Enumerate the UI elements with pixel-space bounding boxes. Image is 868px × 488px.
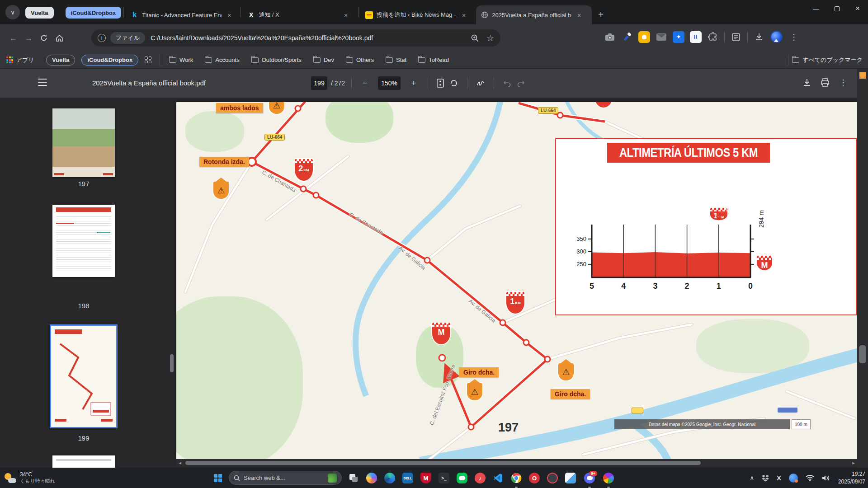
envelope-icon bbox=[656, 33, 666, 41]
close-tab-icon[interactable]: × bbox=[342, 11, 350, 19]
x-tray-icon[interactable]: X bbox=[777, 474, 781, 482]
vertical-scrollbar-thumb[interactable] bbox=[859, 345, 866, 363]
address-bar[interactable]: i ファイル C:/Users/laint/Downloads/2025Vuel… bbox=[91, 29, 500, 47]
bookmark-folder-others[interactable]: Others bbox=[346, 56, 374, 63]
browser-menu-kebab-icon[interactable]: ⋮ bbox=[788, 31, 800, 43]
back-button[interactable]: ← bbox=[5, 30, 21, 46]
profile-avatar[interactable] bbox=[770, 31, 783, 43]
undo-button[interactable] bbox=[500, 76, 514, 90]
vertical-scrollbar[interactable] bbox=[857, 69, 868, 468]
mcafee-button[interactable]: M bbox=[419, 471, 433, 485]
paint-button[interactable] bbox=[563, 471, 578, 485]
info-icon[interactable]: i bbox=[98, 34, 106, 42]
discord-button[interactable]: 9+ bbox=[582, 471, 597, 485]
terminal-button[interactable]: >_ bbox=[437, 471, 451, 485]
dropbox-tray-icon[interactable] bbox=[762, 474, 769, 482]
tab-vuelta-pdf-active[interactable]: 2025Vuelta a España official bo × bbox=[476, 5, 592, 24]
zoom-out-button[interactable]: − bbox=[358, 76, 372, 90]
sparkle-extension-icon[interactable]: ✦ bbox=[673, 31, 684, 43]
line-button[interactable] bbox=[455, 471, 469, 485]
fit-page-button[interactable] bbox=[434, 76, 447, 90]
tab-search-button[interactable]: ∨ bbox=[5, 5, 20, 19]
apps-shortcut[interactable]: アプリ bbox=[6, 56, 34, 64]
bookmark-folder-outdoor-sports[interactable]: Outdoor/Sports bbox=[251, 56, 302, 63]
edge-button[interactable] bbox=[382, 471, 397, 485]
all-bookmarks[interactable]: すべてのブックマーク bbox=[792, 56, 863, 64]
tab-x-notifications[interactable]: X 通知 / X × bbox=[243, 6, 356, 24]
maximize-button[interactable] bbox=[826, 0, 847, 17]
vscode-button[interactable] bbox=[491, 471, 505, 485]
horizontal-scrollbar-thumb[interactable] bbox=[185, 461, 701, 465]
redo-button[interactable] bbox=[514, 76, 528, 90]
close-tab-icon[interactable]: × bbox=[575, 11, 583, 19]
thumbnail-page-197[interactable] bbox=[52, 108, 115, 177]
zoom-level-input[interactable]: 150% bbox=[378, 76, 401, 90]
extensions-puzzle-icon[interactable] bbox=[707, 31, 719, 43]
sidebar-scrollbar-thumb[interactable] bbox=[170, 354, 174, 372]
bookmark-group-icloud-dropbox[interactable]: iCoud&Dropbox bbox=[81, 55, 138, 66]
page-number-input[interactable]: 199 bbox=[311, 76, 327, 90]
mail-extension-icon[interactable] bbox=[656, 31, 667, 43]
tab-group-icloud-dropbox[interactable]: iCoud&Dropbox bbox=[66, 7, 122, 19]
copilot-button[interactable] bbox=[364, 471, 379, 485]
close-window-button[interactable]: × bbox=[847, 0, 868, 17]
opera-button[interactable]: O bbox=[527, 471, 542, 485]
url-text[interactable]: C:/Users/laint/Downloads/2025Vuelta%20a%… bbox=[151, 34, 466, 42]
bookmark-folder-accounts[interactable]: Accounts bbox=[205, 56, 239, 63]
rotate-button[interactable] bbox=[447, 76, 461, 90]
tray-expand-chevron[interactable]: ∧ bbox=[750, 474, 754, 481]
task-view-button[interactable] bbox=[346, 471, 361, 485]
columns-extension-icon[interactable]: II bbox=[690, 31, 702, 43]
clock-widget[interactable]: 19:27 2025/09/07 bbox=[838, 470, 865, 485]
pdf-menu-icon[interactable] bbox=[38, 79, 47, 86]
home-button[interactable] bbox=[52, 30, 67, 46]
bookmark-folder-stat[interactable]: Stat bbox=[386, 56, 406, 63]
reload-button[interactable] bbox=[36, 30, 52, 46]
photos-button[interactable] bbox=[601, 471, 616, 485]
taskbar-search[interactable]: Search web &... bbox=[229, 471, 342, 485]
pdf-download-button[interactable] bbox=[800, 76, 814, 89]
eyedropper-extension-icon[interactable] bbox=[621, 31, 633, 43]
copilot-tray-icon[interactable] bbox=[789, 474, 798, 483]
camera-extension-icon[interactable] bbox=[604, 31, 616, 43]
forward-button[interactable]: → bbox=[21, 30, 36, 46]
weather-icon bbox=[5, 472, 16, 484]
scroll-right-arrow[interactable]: ▸ bbox=[850, 460, 857, 466]
bookmark-group-vuelta[interactable]: Vuelta bbox=[46, 55, 75, 66]
gx-button[interactable] bbox=[545, 471, 560, 485]
tab-titanic[interactable]: k Titanic - Advanced Feature Engi × bbox=[126, 6, 238, 24]
downloads-icon[interactable] bbox=[753, 31, 765, 43]
start-button[interactable] bbox=[211, 471, 225, 485]
zoom-page-icon[interactable] bbox=[471, 34, 479, 42]
tab-groups-icon[interactable] bbox=[145, 56, 151, 63]
scroll-left-arrow[interactable]: ◂ bbox=[176, 460, 184, 466]
reading-list-icon[interactable] bbox=[730, 31, 742, 43]
chrome-button[interactable] bbox=[509, 471, 524, 485]
weather-widget[interactable]: 34°C くもり時々晴れ bbox=[5, 471, 55, 484]
new-tab-button[interactable]: + bbox=[598, 9, 604, 20]
pdf-print-button[interactable] bbox=[818, 76, 832, 89]
horizontal-scrollbar[interactable]: ◂ ▸ bbox=[176, 459, 857, 466]
pdf-menu-kebab-icon[interactable]: ⋮ bbox=[836, 76, 850, 89]
bookmark-folder-work[interactable]: Work bbox=[169, 56, 193, 63]
close-tab-icon[interactable]: × bbox=[225, 11, 233, 19]
thumbnail-page-198[interactable] bbox=[52, 205, 115, 277]
bookmark-folder-toread[interactable]: ToRead bbox=[418, 56, 449, 63]
bookmark-folder-dev[interactable]: Dev bbox=[313, 56, 334, 63]
wifi-icon[interactable] bbox=[806, 474, 814, 481]
zoom-in-button[interactable]: + bbox=[407, 76, 420, 90]
annotate-button[interactable] bbox=[474, 76, 487, 90]
music-note-icon: ♪ bbox=[475, 473, 486, 483]
tab-group-vuelta[interactable]: Vuelta bbox=[25, 7, 54, 19]
keep-extension-icon[interactable] bbox=[638, 31, 650, 43]
thumbnail-page-200-partial[interactable] bbox=[52, 455, 115, 468]
pdf-page-map: C. de Chantada C. de Chantada Av. de Gal… bbox=[176, 102, 857, 459]
volume-icon[interactable] bbox=[822, 474, 830, 482]
dell-button[interactable]: DELL bbox=[401, 471, 415, 485]
bookmark-star-icon[interactable]: ☆ bbox=[486, 33, 494, 43]
tab-bike-news[interactable]: 投稿を追加 ‹ Bike News Mag — × bbox=[361, 6, 476, 24]
thumbnail-page-199-selected[interactable] bbox=[50, 324, 118, 428]
minimize-button[interactable]: — bbox=[806, 0, 826, 17]
close-tab-icon[interactable]: × bbox=[460, 11, 468, 19]
music-button[interactable]: ♪ bbox=[473, 471, 487, 485]
